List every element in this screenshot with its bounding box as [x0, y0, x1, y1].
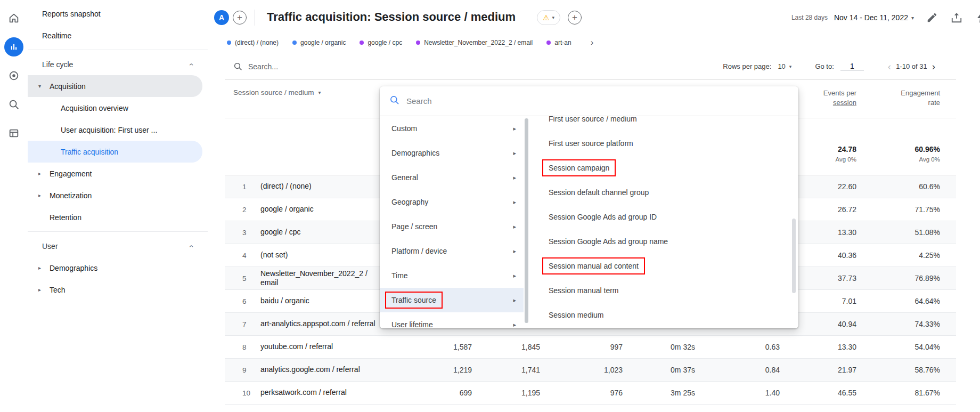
sidebar-item-acquisition[interactable]: ▾ Acquisition: [28, 75, 202, 97]
goto-label: Go to:: [815, 62, 834, 70]
caret-right-icon[interactable]: ▸: [38, 192, 50, 198]
caret-right-icon: ▸: [513, 321, 516, 328]
search-icon: [389, 95, 400, 108]
category-item-demographics[interactable]: Demographics ▸: [380, 141, 524, 165]
legend-next-icon[interactable]: ›: [591, 37, 594, 48]
sidebar-item-retention[interactable]: Retention: [28, 206, 208, 228]
section-label: Life cycle: [42, 60, 73, 69]
caret-right-icon: ▸: [513, 272, 516, 279]
dimension-item-session-google-ads-ad-group-id[interactable]: Session Google Ads ad group ID: [537, 205, 791, 229]
explore-icon[interactable]: [2, 93, 26, 116]
caret-right-icon[interactable]: ▸: [38, 287, 50, 293]
category-item-custom[interactable]: Custom ▸: [380, 116, 524, 141]
chart-legend: (direct) / (none) google / organic googl…: [227, 35, 593, 50]
sidebar-item-label: Engagement: [50, 169, 92, 178]
comparison-avatar[interactable]: A: [214, 10, 229, 25]
sidebar-item-label: Acquisition: [50, 82, 86, 91]
caret-right-icon: ▸: [513, 199, 516, 206]
picker-scrollbar[interactable]: [792, 219, 796, 293]
picker-categories: Custom ▸ Demographics ▸ General ▸ Geogra…: [380, 116, 524, 328]
series-dot-icon: [227, 41, 231, 45]
insights-icon[interactable]: [975, 11, 980, 24]
sidebar-item-label: Monetization: [50, 191, 92, 200]
annotation-box: Traffic source: [385, 292, 443, 309]
category-item-time[interactable]: Time ▸: [380, 263, 524, 288]
sidebar-item-traffic-acquisition[interactable]: Traffic acquisition: [28, 141, 202, 163]
rows-per-page-label: Rows per page:: [723, 62, 771, 70]
sidebar-item-monetization[interactable]: ▸ Monetization: [28, 184, 208, 206]
sidebar-section-user[interactable]: User ›: [28, 235, 208, 257]
caret-down-icon[interactable]: ▾: [38, 83, 50, 89]
chevron-up-icon[interactable]: ›: [187, 245, 195, 247]
share-icon[interactable]: [950, 11, 963, 24]
dimension-item-first-user-source-medium[interactable]: First user source / medium: [537, 116, 791, 131]
rows-per-page-select[interactable]: 10 ▾: [778, 62, 791, 70]
sidebar-item-tech[interactable]: ▸ Tech: [28, 279, 208, 301]
caret-down-icon: ▾: [789, 64, 792, 69]
category-item-general[interactable]: General ▸: [380, 165, 524, 190]
table-search-input[interactable]: [248, 62, 419, 71]
sidebar-section-life-cycle[interactable]: Life cycle ›: [28, 53, 208, 75]
add-comparison-button[interactable]: +: [233, 11, 247, 25]
pagination-range: 1-10 of 31: [896, 62, 927, 70]
prev-page-icon[interactable]: ‹: [883, 61, 896, 71]
category-item-platform-device[interactable]: Platform / device ▸: [380, 239, 524, 263]
pagination-controls: Rows per page: 10 ▾ Go to: ‹ 1-10 of 31 …: [723, 61, 940, 71]
totals-engagement-rate: 60.96% Avg 0%: [856, 145, 940, 163]
legend-item: google / cpc: [360, 39, 402, 46]
caret-down-icon: ▾: [911, 15, 914, 21]
series-dot-icon: [416, 41, 420, 45]
category-item-geography[interactable]: Geography ▸: [380, 190, 524, 214]
legend-item: (direct) / (none): [227, 39, 279, 46]
add-report-tab-button[interactable]: +: [568, 11, 582, 25]
dimension-item-session-medium[interactable]: Session medium: [537, 303, 791, 327]
sidebar-item-reports-snapshot[interactable]: Reports snapshot: [28, 3, 208, 25]
category-item-traffic-source[interactable]: Traffic source ▸: [380, 288, 524, 312]
picker-search-input[interactable]: [406, 96, 789, 106]
sidebar-item-acquisition-overview[interactable]: Acquisition overview: [28, 97, 208, 119]
section-label: User: [42, 242, 58, 251]
nav-divider: [28, 231, 208, 232]
home-icon[interactable]: [2, 6, 26, 30]
dimension-item-session-campaign[interactable]: Session campaign: [537, 156, 791, 180]
sidebar-item-demographics[interactable]: ▸ Demographics: [28, 257, 208, 279]
nav-divider: [28, 50, 208, 50]
reports-icon[interactable]: [2, 35, 26, 59]
customize-report-icon[interactable]: [926, 11, 938, 24]
header-right-controls: Last 28 days Nov 14 - Dec 11, 2022 ▾: [791, 0, 980, 35]
dimension-item-session-google-ads-ad-group-name[interactable]: Session Google Ads ad group name: [537, 229, 791, 254]
date-range-picker[interactable]: Nov 14 - Dec 11, 2022 ▾: [834, 13, 914, 22]
sidebar-item-label: Traffic acquisition: [61, 148, 118, 156]
dimension-item-session-manual-ad-content[interactable]: Session manual ad content: [537, 254, 791, 278]
date-range-label: Last 28 days: [791, 14, 828, 21]
caret-right-icon: ▸: [513, 150, 516, 157]
caret-right-icon[interactable]: ▸: [38, 171, 50, 176]
next-page-icon[interactable]: ›: [927, 61, 940, 71]
sidebar-item-realtime[interactable]: Realtime: [28, 25, 208, 46]
sidebar-item-user-acquisition[interactable]: User acquisition: First user ...: [28, 119, 208, 141]
dimension-item-session-manual-term[interactable]: Session manual term: [537, 278, 791, 303]
data-quality-dropdown[interactable]: ⚠ ▾: [537, 10, 560, 25]
sidebar-item-engagement[interactable]: ▸ Engagement: [28, 163, 208, 184]
table-row: 9 analytics.google.com / referral 1,219 …: [225, 359, 956, 382]
caret-right-icon: ▸: [513, 125, 516, 132]
picker-scrollbar[interactable]: [525, 118, 528, 323]
sidebar-item-label: User acquisition: First user ...: [61, 126, 157, 134]
legend-item: google / organic: [292, 39, 346, 46]
caret-right-icon[interactable]: ▸: [38, 265, 50, 271]
caret-down-icon: ▾: [318, 90, 321, 95]
table-row: 8 youtube.com / referral 1,587 1,845 997…: [225, 336, 956, 359]
caret-right-icon: ▸: [513, 297, 516, 304]
series-dot-icon: [360, 41, 364, 45]
category-item-user-lifetime[interactable]: User lifetime ▸: [380, 312, 524, 328]
dimension-item-first-user-source-platform[interactable]: First user source platform: [537, 131, 791, 156]
chevron-up-icon[interactable]: ›: [187, 63, 195, 66]
engagement-rate-header[interactable]: Engagement rate: [856, 88, 940, 108]
goto-page-input[interactable]: [840, 62, 864, 71]
table-row: 10 perksatwork.com / referral 699 1,195 …: [225, 382, 956, 405]
dimension-item-session-default-channel-group[interactable]: Session default channel group: [537, 180, 791, 205]
category-item-page-screen[interactable]: Page / screen ▸: [380, 214, 524, 239]
advertising-icon[interactable]: [2, 64, 26, 87]
legend-item: Newsletter_November_2022_2 / email: [416, 39, 533, 46]
library-icon[interactable]: [2, 122, 26, 145]
